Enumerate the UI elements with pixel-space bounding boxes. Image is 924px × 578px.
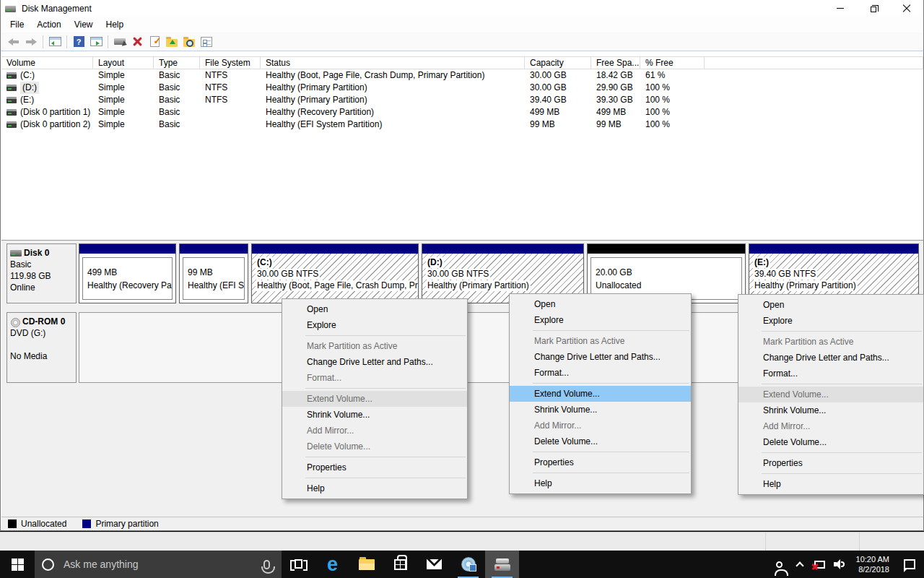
- partition-size: 39.40 GB NTFS: [753, 269, 817, 280]
- partition-efi[interactable]: 99 MB Healthy (EFI Syst: [179, 243, 248, 303]
- column-file-system[interactable]: File System: [200, 57, 261, 69]
- menu-item-shrink-volume[interactable]: Shrink Volume...: [510, 402, 691, 418]
- menu-help[interactable]: Help: [100, 18, 131, 31]
- column-status[interactable]: Status: [261, 57, 525, 69]
- people-button[interactable]: [770, 551, 790, 578]
- menu-item-properties[interactable]: Properties: [510, 454, 691, 470]
- restore-button[interactable]: [857, 0, 890, 17]
- menu-item-help[interactable]: Help: [510, 475, 691, 491]
- taskbar-clock[interactable]: 10:20 AM 8/2/2018: [850, 554, 895, 574]
- taskbar-store-button[interactable]: [383, 551, 417, 578]
- device-view-icon: [114, 38, 126, 45]
- table-row-partition2[interactable]: (Disk 0 partition 2) Simple Basic Health…: [1, 118, 923, 131]
- table-row-e[interactable]: (E:) Simple Basic NTFS Healthy (Primary …: [1, 94, 923, 106]
- menu-separator: [762, 452, 922, 453]
- action-center-button[interactable]: [895, 551, 924, 578]
- partition-recovery[interactable]: 499 MB Healthy (Recovery Parti: [79, 243, 176, 303]
- network-disconnected-icon: [814, 561, 825, 569]
- menu-item-delete-volume[interactable]: Delete Volume...: [738, 434, 923, 450]
- search-input[interactable]: Ask me anything: [35, 551, 282, 578]
- column-type[interactable]: Type: [154, 57, 200, 69]
- disk0-panel[interactable]: Disk 0 Basic 119.98 GB Online: [6, 243, 77, 303]
- folder-search-icon: [183, 39, 195, 47]
- console-tree-icon: [49, 37, 61, 46]
- close-button[interactable]: [890, 0, 923, 17]
- help-button[interactable]: ?: [71, 35, 87, 49]
- table-row-partition1[interactable]: (Disk 0 partition 1) Simple Basic Health…: [1, 106, 923, 118]
- menu-item-explore[interactable]: Explore: [738, 313, 923, 329]
- taskbar-disk-management-button[interactable]: [485, 551, 519, 578]
- column-capacity[interactable]: Capacity: [525, 57, 591, 69]
- partition-status: Healthy (Boot, Page File, Crash Dump, Pr: [256, 280, 418, 291]
- menu-item-help[interactable]: Help: [282, 480, 467, 496]
- explore-button[interactable]: [181, 35, 197, 49]
- menu-item-properties[interactable]: Properties: [738, 455, 923, 471]
- menu-item-delete-volume[interactable]: Delete Volume...: [510, 434, 691, 449]
- menu-item-format: Format...: [282, 370, 467, 386]
- column-layout[interactable]: Layout: [93, 57, 154, 69]
- partition-status: Unallocated: [596, 279, 741, 292]
- forward-button[interactable]: [23, 35, 39, 49]
- cell-status: Healthy (Boot, Page File, Crash Dump, Pr…: [261, 69, 525, 82]
- column-volume[interactable]: Volume: [1, 57, 93, 69]
- table-row-d[interactable]: (D:) Simple Basic NTFS Healthy (Primary …: [1, 82, 923, 94]
- toolbar-separator: [66, 35, 67, 48]
- cell-fs: NTFS: [200, 94, 261, 106]
- back-button[interactable]: [6, 35, 22, 49]
- partition-status: Healthy (EFI Syst: [188, 279, 244, 292]
- taskbar-disk-utility-button[interactable]: [451, 551, 485, 578]
- cell-fs: NTFS: [200, 69, 261, 82]
- menu-item-explore[interactable]: Explore: [282, 317, 467, 333]
- menu-item-change-drive-letter[interactable]: Change Drive Letter and Paths...: [510, 349, 691, 365]
- show-hidden-icons-button[interactable]: [790, 551, 810, 578]
- taskbar-file-explorer-button[interactable]: [349, 551, 383, 578]
- column-free-space[interactable]: Free Spa...: [591, 57, 640, 69]
- properties-button[interactable]: [199, 35, 214, 49]
- menu-item-explore[interactable]: Explore: [510, 312, 691, 328]
- menu-item-help[interactable]: Help: [738, 476, 923, 492]
- cell-capacity: 30.00 GB: [525, 69, 591, 82]
- delete-volume-button[interactable]: [129, 35, 145, 49]
- menu-item-open[interactable]: Open: [738, 297, 923, 313]
- open-button[interactable]: [164, 35, 180, 49]
- menu-item-format[interactable]: Format...: [738, 366, 923, 381]
- menu-item-open[interactable]: Open: [510, 296, 691, 312]
- partition-c[interactable]: (C:) 30.00 GB NTFS Healthy (Boot, Page F…: [251, 243, 419, 303]
- menu-file[interactable]: File: [4, 18, 30, 31]
- menu-action[interactable]: Action: [30, 18, 67, 31]
- menu-item-add-mirror: Add Mirror...: [738, 418, 923, 434]
- partition-title: (E:): [753, 257, 770, 268]
- cell-type: Basic: [154, 106, 200, 118]
- table-row-c[interactable]: (C:) Simple Basic NTFS Healthy (Boot, Pa…: [1, 69, 923, 82]
- task-view-button[interactable]: [282, 551, 315, 578]
- menu-item-shrink-volume[interactable]: Shrink Volume...: [282, 407, 467, 423]
- toolbar-separator: [108, 35, 108, 48]
- start-button[interactable]: [0, 551, 35, 578]
- action-pane-button[interactable]: [88, 35, 104, 49]
- menu-item-change-drive-letter[interactable]: Change Drive Letter and Paths...: [282, 354, 467, 370]
- menu-item-change-drive-letter[interactable]: Change Drive Letter and Paths...: [738, 350, 923, 366]
- primary-partition-swatch: [82, 519, 91, 528]
- console-tree-button[interactable]: [47, 35, 63, 49]
- minimize-button[interactable]: [824, 0, 857, 17]
- cell-capacity: 499 MB: [525, 106, 591, 118]
- mark-partition-button[interactable]: [147, 35, 162, 49]
- menu-view[interactable]: View: [68, 18, 100, 31]
- microphone-icon[interactable]: [263, 560, 270, 569]
- menu-item-open[interactable]: Open: [282, 301, 467, 317]
- cell-status: Healthy (Primary Partition): [261, 94, 525, 106]
- cdrom0-status: No Media: [10, 350, 76, 362]
- column-pct-free[interactable]: % Free: [640, 57, 705, 69]
- menu-item-extend-volume[interactable]: Extend Volume...: [510, 386, 691, 402]
- primary-partition-band: [180, 244, 248, 254]
- taskbar-edge-button[interactable]: e: [315, 551, 349, 578]
- device-view-button[interactable]: [112, 35, 128, 49]
- network-status-button[interactable]: [810, 551, 830, 578]
- cdrom0-panel[interactable]: CD-ROM 0 DVD (G:) No Media: [6, 312, 77, 383]
- volume-button[interactable]: [830, 551, 850, 578]
- menu-item-format[interactable]: Format...: [510, 365, 691, 381]
- taskbar-mail-button[interactable]: [417, 551, 451, 578]
- menu-item-properties[interactable]: Properties: [282, 460, 467, 475]
- action-pane-icon: [90, 37, 103, 46]
- menu-item-shrink-volume[interactable]: Shrink Volume...: [738, 402, 923, 418]
